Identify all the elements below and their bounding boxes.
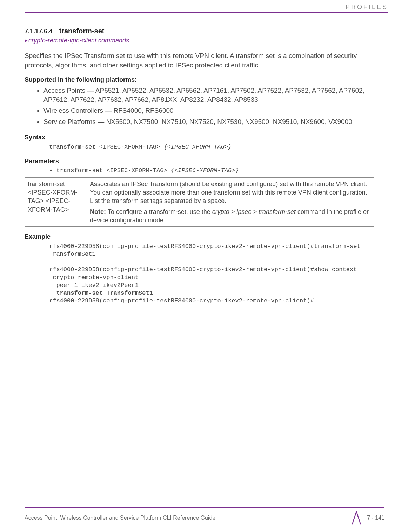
- example-code: rfs4000-229D58(config-profile-testRFS400…: [49, 243, 374, 305]
- page-footer: Access Point, Wireless Controller and Se…: [0, 507, 395, 525]
- param-desc-text: Associates an IPSec Transform (should be…: [90, 180, 371, 205]
- parameters-bullet: • transform-set <IPSEC-XFORM-TAG> {<IPSE…: [49, 167, 374, 174]
- example-line: peer 1 ikev2 ikev2Peer1: [49, 282, 139, 289]
- param-bullet-italic: {<IPSEC-XFORM-TAG>}: [171, 167, 239, 174]
- running-header: PROFILES: [0, 0, 395, 12]
- section-title: transform-set: [59, 27, 105, 35]
- wing-logo-icon: [352, 511, 361, 525]
- parameters-heading: Parameters: [25, 158, 374, 165]
- supported-heading: Supported in the following platforms:: [25, 76, 374, 84]
- footer-row: Access Point, Wireless Controller and Se…: [25, 511, 384, 525]
- table-row: transform-set <IPSEC-XFORM-TAG> <IPSEC-X…: [25, 177, 374, 226]
- param-desc-cell: Associates an IPSec Transform (should be…: [87, 177, 374, 226]
- example-line: rfs4000-229D58(config-profile-testRFS400…: [49, 297, 314, 304]
- list-item: Access Points — AP6521, AP6522, AP6532, …: [43, 85, 374, 105]
- breadcrumb-text: crypto-remote-vpn-client commands: [28, 37, 129, 44]
- example-line: rfs4000-229D58(config-profile-testRFS400…: [49, 266, 357, 273]
- example-line: crypto remote-vpn-client: [49, 274, 139, 281]
- syntax-italic: {<IPSEC-XFORM-TAG>}: [163, 144, 232, 150]
- param-bullet-plain: • transform-set <IPSEC-XFORM-TAG>: [49, 167, 171, 174]
- syntax-heading: Syntax: [25, 134, 374, 141]
- example-heading: Example: [25, 233, 374, 241]
- example-line: rfs4000-229D58(config-profile-testRFS400…: [49, 243, 364, 257]
- breadcrumb: ▸crypto-remote-vpn-client commands: [25, 37, 374, 44]
- supported-list: Access Points — AP6521, AP6522, AP6532, …: [25, 85, 374, 127]
- note-prefix: To configure a transform-set, use the: [106, 208, 212, 215]
- syntax-code: transform-set <IPSEC-XFORM-TAG> {<IPSEC-…: [49, 143, 374, 151]
- section-heading: 7.1.17.6.4 transform-set: [25, 27, 374, 35]
- example-line-bold: transform-set TransformSet1: [49, 290, 153, 296]
- syntax-plain: transform-set <IPSEC-XFORM-TAG>: [49, 144, 163, 150]
- footer-rule: [25, 507, 384, 508]
- section-number: 7.1.17.6.4: [25, 28, 53, 35]
- intro-paragraph: Specifies the IPSec Transform set to use…: [25, 51, 374, 70]
- footer-guide-title: Access Point, Wireless Controller and Se…: [25, 515, 215, 521]
- breadcrumb-arrow-icon: ▸: [25, 37, 28, 44]
- page-content: 7.1.17.6.4 transform-set ▸crypto-remote-…: [0, 13, 395, 305]
- footer-right: 7 - 141: [352, 511, 384, 525]
- page-number: 7 - 141: [367, 515, 384, 521]
- list-item: Wireless Controllers — RFS4000, RFS6000: [43, 105, 374, 116]
- list-item: Service Platforms — NX5500, NX7500, NX75…: [43, 116, 374, 127]
- parameters-table: transform-set <IPSEC-XFORM-TAG> <IPSEC-X…: [25, 177, 374, 227]
- note-label: Note:: [90, 208, 106, 215]
- note-cmd: crypto > ipsec > transform-set: [212, 208, 296, 215]
- param-note: Note: To configure a transform-set, use …: [90, 208, 371, 225]
- param-name-cell: transform-set <IPSEC-XFORM-TAG> <IPSEC-X…: [25, 177, 87, 226]
